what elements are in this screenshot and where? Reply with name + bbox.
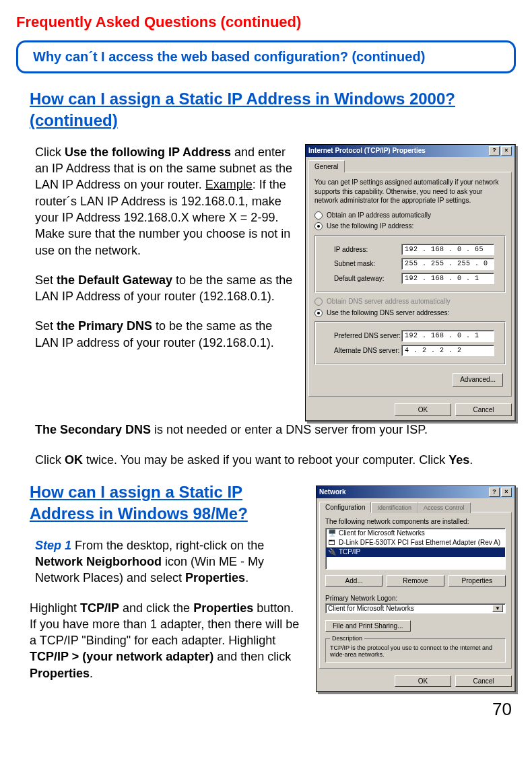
description-box: Description TCP/IP is the protocol you u… <box>325 638 506 663</box>
tab-identification[interactable]: Identification <box>371 502 418 513</box>
default-gateway-field[interactable]: 192 . 168 . 0 . 1 <box>401 273 494 285</box>
properties-button[interactable]: Properties <box>448 575 506 586</box>
radio-obtain-dns: Obtain DNS server address automatically <box>314 297 506 306</box>
paragraph: Highlight TCP/IP and click the Propertie… <box>30 600 304 681</box>
components-listbox[interactable]: 🖥️ Client for Microsoft Networks 🗔 D-Lin… <box>325 528 506 570</box>
dialog-title: Internet Protocol (TCP/IP) Properties <box>308 146 426 156</box>
network-dialog: Network ? × Configuration Identification… <box>316 485 516 692</box>
radio-icon <box>314 211 323 220</box>
paragraph: The Secondary DNS is not needed or enter… <box>35 422 516 438</box>
cancel-button[interactable]: Cancel <box>455 403 512 417</box>
help-icon[interactable]: ? <box>489 488 500 497</box>
tab-access-control[interactable]: Access Control <box>418 502 471 513</box>
label: Subnet mask: <box>334 259 401 269</box>
remove-button[interactable]: Remove <box>387 575 444 586</box>
chevron-down-icon: ▼ <box>492 605 503 612</box>
help-icon[interactable]: ? <box>489 146 500 156</box>
adapter-icon: 🗔 <box>328 539 336 547</box>
callout-box: Why can´t I access the web based configu… <box>16 40 516 73</box>
list-item[interactable]: 🖥️ Client for Microsoft Networks <box>326 529 505 538</box>
radio-icon <box>314 309 323 317</box>
close-icon[interactable]: × <box>501 146 512 156</box>
paragraph: Click OK twice. You may be asked if you … <box>35 452 516 468</box>
paragraph: Click Use the following IP Address and e… <box>35 144 293 259</box>
callout-text: Why can´t I access the web based configu… <box>33 49 425 64</box>
page-number: 70 <box>16 699 512 720</box>
radio-obtain-ip[interactable]: Obtain an IP address automatically <box>314 211 506 220</box>
dialog-intro-text: You can get IP settings assigned automat… <box>314 178 506 205</box>
client-icon: 🖥️ <box>328 529 336 537</box>
label: Preferred DNS server: <box>334 331 401 341</box>
alternate-dns-field[interactable]: 4 . 2 . 2 . 2 <box>401 345 494 357</box>
dialog-title: Network <box>319 488 345 496</box>
radio-use-ip[interactable]: Use the following IP address: <box>314 222 506 231</box>
list-item[interactable]: 🔌 TCP/IP <box>326 547 505 557</box>
tcpip-properties-dialog: Internet Protocol (TCP/IP) Properties ? … <box>305 144 516 422</box>
ok-button[interactable]: OK <box>395 675 451 687</box>
paragraph: Set the Default Gateway to be the same a… <box>35 272 293 305</box>
label: Default gateway: <box>334 274 401 283</box>
close-icon[interactable]: × <box>501 488 512 497</box>
section-heading-win98: How can I assign a Static IP Address in … <box>30 481 304 525</box>
radio-icon <box>314 222 323 230</box>
label: IP address: <box>334 245 401 255</box>
list-item[interactable]: 🗔 D-Link DFE-530TX PCI Fast Ethernet Ada… <box>326 538 505 547</box>
add-button[interactable]: Add... <box>325 575 383 586</box>
preferred-dns-field[interactable]: 192 . 168 . 0 . 1 <box>401 330 494 342</box>
advanced-button[interactable]: Advanced... <box>453 373 503 387</box>
label: Primary Network Logon: <box>325 595 506 602</box>
file-print-sharing-button[interactable]: File and Print Sharing... <box>325 620 411 632</box>
primary-logon-dropdown[interactable]: Client for Microsoft Networks ▼ <box>325 603 506 613</box>
ok-button[interactable]: OK <box>395 403 451 417</box>
cancel-button[interactable]: Cancel <box>455 675 512 687</box>
radio-use-dns[interactable]: Use the following DNS server addresses: <box>314 308 506 318</box>
radio-icon <box>314 298 323 306</box>
ip-address-field[interactable]: 192 . 168 . 0 . 65 <box>401 244 494 256</box>
subnet-mask-field[interactable]: 255 . 255 . 255 . 0 <box>401 258 494 270</box>
paragraph: Set the Primary DNS to be the same as th… <box>35 318 293 351</box>
label: Alternate DNS server: <box>334 346 401 356</box>
label: The following network components are ins… <box>325 518 506 525</box>
tab-configuration[interactable]: Configuration <box>319 502 371 512</box>
tab-general[interactable]: General <box>308 160 345 173</box>
titlebar: Internet Protocol (TCP/IP) Properties ? … <box>306 145 514 157</box>
protocol-icon: 🔌 <box>328 548 336 556</box>
section-heading-win2000: How can I assign a Static IP Address in … <box>30 88 516 132</box>
titlebar: Network ? × <box>317 486 514 498</box>
page-title: Frequently Asked Questions (continued) <box>16 13 516 31</box>
paragraph: Step 1 From the desktop, right-click on … <box>35 537 304 586</box>
